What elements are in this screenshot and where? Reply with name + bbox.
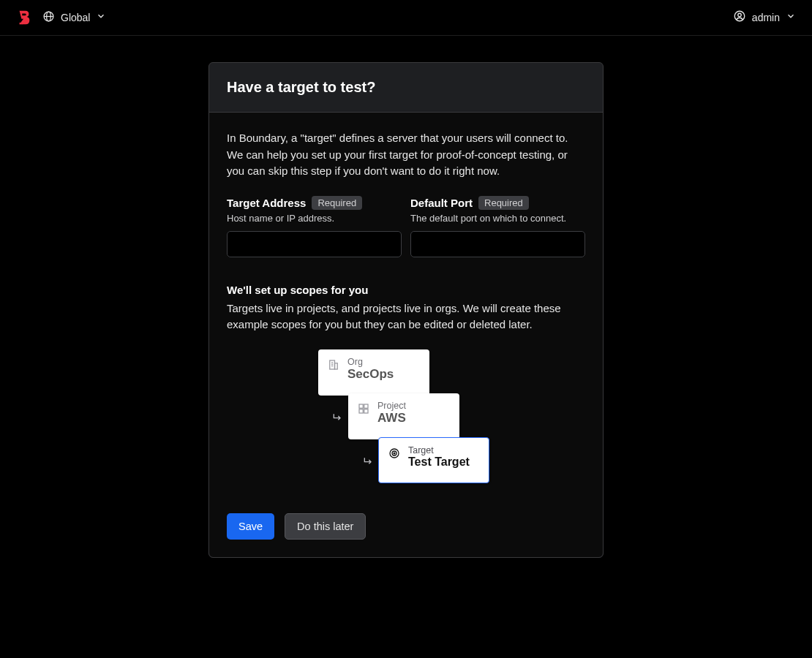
dialog-header: Have a target to test? xyxy=(209,63,603,113)
svg-rect-14 xyxy=(359,409,363,412)
chevron-down-icon xyxy=(786,11,796,24)
svg-rect-12 xyxy=(359,404,363,408)
card-text: Target Test Target xyxy=(408,445,470,469)
onboarding-dialog: Have a target to test? In Boundary, a "t… xyxy=(208,62,604,558)
svg-point-6 xyxy=(738,13,742,17)
project-name: AWS xyxy=(377,411,406,426)
header-right: admin xyxy=(733,10,796,26)
svg-rect-0 xyxy=(20,23,21,24)
header-left: Global xyxy=(16,10,106,26)
card-text: Org SecOps xyxy=(347,357,394,382)
do-later-button[interactable]: Do this later xyxy=(285,513,366,540)
user-icon xyxy=(733,10,746,26)
svg-rect-13 xyxy=(364,404,368,408)
target-name: Test Target xyxy=(408,455,470,469)
target-icon xyxy=(388,447,401,460)
form-row: Target Address Required Host name or IP … xyxy=(227,196,585,257)
scopes-section: We'll set up scopes for you Targets live… xyxy=(227,284,585,540)
port-help: The default port on which to connect. xyxy=(410,213,585,224)
dialog-wrap: Have a target to test? In Boundary, a "t… xyxy=(0,36,812,558)
form-group-address: Target Address Required Host name or IP … xyxy=(227,196,402,257)
scopes-desc: Targets live in projects, and projects l… xyxy=(227,300,585,333)
user-label: admin xyxy=(752,12,780,23)
svg-rect-8 xyxy=(335,363,338,368)
svg-rect-7 xyxy=(330,360,335,369)
user-menu[interactable]: admin xyxy=(733,10,796,26)
svg-rect-1 xyxy=(21,23,23,24)
scope-selector[interactable]: Global xyxy=(42,10,106,26)
address-label: Target Address xyxy=(227,197,306,209)
label-row: Target Address Required xyxy=(227,196,402,210)
required-badge: Required xyxy=(478,196,529,210)
org-card: Org SecOps xyxy=(318,349,429,396)
org-icon xyxy=(327,358,340,371)
required-badge: Required xyxy=(312,196,362,210)
dialog-body: In Boundary, a "target" defines a server… xyxy=(209,113,603,557)
target-kicker: Target xyxy=(408,445,470,455)
default-port-input[interactable] xyxy=(410,231,585,257)
address-help: Host name or IP address. xyxy=(227,213,402,224)
org-name: SecOps xyxy=(347,367,394,382)
target-address-input[interactable] xyxy=(227,231,402,257)
scope-label: Global xyxy=(61,12,90,23)
globe-icon xyxy=(42,10,55,26)
chevron-down-icon xyxy=(96,11,106,24)
project-kicker: Project xyxy=(377,401,406,411)
svg-rect-15 xyxy=(364,409,368,412)
button-row: Save Do this later xyxy=(227,513,585,540)
corner-arrow-icon xyxy=(331,412,343,423)
scopes-illustration: Org SecOps xyxy=(227,349,585,496)
card-text: Project AWS xyxy=(377,401,406,426)
boundary-logo-icon xyxy=(16,10,32,26)
project-icon xyxy=(357,402,370,415)
port-label: Default Port xyxy=(410,197,473,209)
form-group-port: Default Port Required The default port o… xyxy=(410,196,585,257)
dialog-intro: In Boundary, a "target" defines a server… xyxy=(227,130,585,180)
project-card: Project AWS xyxy=(348,393,459,439)
corner-arrow-icon xyxy=(362,455,374,467)
app-header: Global admin xyxy=(0,0,812,36)
dialog-title: Have a target to test? xyxy=(227,79,585,96)
label-row: Default Port Required xyxy=(410,196,585,210)
org-kicker: Org xyxy=(347,357,394,367)
svg-point-18 xyxy=(394,453,395,454)
scopes-title: We'll set up scopes for you xyxy=(227,284,585,296)
target-card: Target Test Target xyxy=(378,437,489,483)
save-button[interactable]: Save xyxy=(227,513,274,540)
